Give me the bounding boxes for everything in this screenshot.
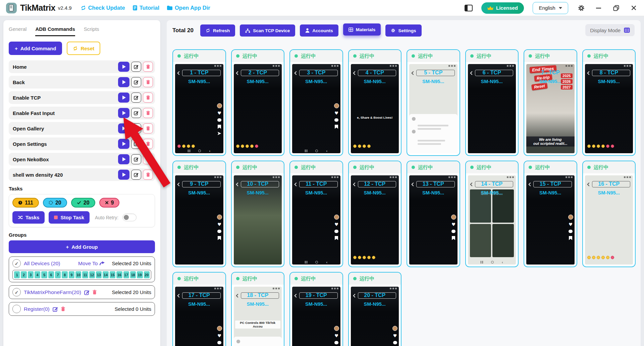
license-badge[interactable]: Licensed — [481, 2, 524, 14]
tab-adb-commands[interactable]: ADB Commands — [35, 26, 75, 36]
device-card[interactable]: 运行中 3 - TCP SM-N95... ♥ ‹ — [289, 49, 343, 156]
run-command-button[interactable] — [118, 93, 129, 103]
device-card[interactable]: 运行中 1 - TCP SM-N95... ♥ ‹ — [172, 49, 226, 156]
run-command-button[interactable] — [118, 108, 129, 118]
check-update-link[interactable]: Check Update — [80, 5, 125, 11]
run-command-button[interactable] — [118, 62, 129, 72]
settings-gear-button[interactable] — [577, 4, 586, 12]
refresh-button[interactable]: Refresh — [200, 24, 235, 37]
device-screen[interactable]: 1 - TCP SM-N95... ♥ ‹ — [175, 64, 223, 153]
tasks-button[interactable]: Tasks — [12, 211, 45, 224]
device-card[interactable]: 运行中 16 - TCP SM-N95... — [582, 161, 636, 267]
minimize-button[interactable] — [594, 4, 603, 12]
delete-command-button[interactable] — [143, 77, 153, 87]
device-screen[interactable]: 14 - TCP SM-N95... ‹ — [468, 175, 516, 265]
device-screen[interactable]: 8 - TCP SM-N95... — [585, 64, 633, 153]
unit-chip[interactable]: 5 — [41, 271, 47, 278]
edit-command-button[interactable] — [131, 108, 141, 118]
device-screen[interactable]: 3 - TCP SM-N95... ♥ ‹ — [292, 64, 340, 153]
stop-task-button[interactable]: Stop Task — [49, 211, 90, 224]
device-screen[interactable]: 6 - TCP SM-N95... — [468, 64, 516, 153]
accounts-button[interactable]: Accounts — [300, 24, 338, 37]
settings-button[interactable]: Settings — [385, 24, 421, 37]
device-card[interactable]: 运行中 10 - TCP SM-N95... — [231, 161, 285, 267]
group-checkbox[interactable] — [12, 305, 21, 313]
unit-chip[interactable]: 8 — [62, 271, 67, 278]
unit-chip[interactable]: 13 — [96, 271, 102, 278]
group-checkbox[interactable]: ✓ — [12, 259, 21, 268]
unit-chip[interactable]: 2 — [21, 271, 26, 278]
device-screen[interactable]: 12 - TCP SM-N95... — [351, 175, 399, 265]
run-command-button[interactable] — [118, 77, 129, 87]
delete-command-button[interactable] — [143, 62, 153, 72]
device-card[interactable]: 运行中 End Times Re-trip Reset 2025 2026 20… — [524, 49, 577, 156]
delete-command-button[interactable] — [143, 139, 153, 149]
device-screen[interactable]: 5 - TCP SM-N95... — [409, 64, 458, 153]
edit-command-button[interactable] — [131, 93, 141, 103]
display-mode-button[interactable]: Display Mode — [585, 24, 635, 36]
run-command-button[interactable] — [118, 154, 129, 164]
device-card[interactable]: 运行中 5 - TCP SM-N95... — [407, 49, 460, 156]
unit-chip[interactable]: 18 — [130, 271, 136, 278]
edit-command-button[interactable] — [131, 62, 141, 72]
device-card[interactable]: 运行中 12 - TCP SM-N95... — [348, 161, 402, 267]
device-card[interactable]: 运行中 14 - TCP SM-N95... ‹ — [465, 161, 519, 267]
unit-chip[interactable]: 1 — [14, 271, 20, 278]
device-card[interactable]: 运行中 13 - TCP SM-N95... ♥ — [407, 161, 460, 267]
device-card[interactable]: 运行中 2 - TCP SM-N95... — [231, 49, 285, 156]
device-screen[interactable]: 9 - TCP SM-N95... ♥ — [175, 175, 223, 265]
unit-chip[interactable]: 11 — [82, 271, 88, 278]
device-card[interactable]: 运行中 18 - TCP SM-N95... PC Controls 800 T… — [231, 272, 285, 346]
device-screen[interactable]: 10 - TCP SM-N95... — [234, 175, 282, 265]
unit-chip[interactable]: 3 — [28, 271, 34, 278]
materials-button[interactable]: Materials — [343, 23, 381, 36]
unit-chip[interactable]: 20 — [144, 271, 150, 278]
auto-retry-toggle[interactable] — [122, 214, 137, 221]
delete-command-button[interactable] — [143, 93, 153, 103]
device-screen[interactable]: 13 - TCP SM-N95... ♥ — [409, 175, 458, 265]
delete-command-button[interactable] — [143, 154, 153, 164]
device-card[interactable]: 运行中 8 - TCP SM-N95... — [582, 49, 636, 156]
delete-command-button[interactable] — [143, 170, 153, 180]
device-card[interactable]: 运行中 17 - TCP SM-N95... ♥ ‹ — [172, 272, 226, 346]
unit-chip[interactable]: 7 — [55, 271, 61, 278]
device-screen[interactable]: 11 - TCP SM-N95... ♥ ‹ — [292, 175, 340, 265]
unit-chip[interactable]: 16 — [116, 271, 122, 278]
run-command-button[interactable] — [118, 123, 129, 133]
device-screen[interactable]: 15 - TCP SM-N95... ♥ — [526, 175, 575, 265]
tutorial-link[interactable]: Tutorial — [132, 5, 159, 11]
device-screen[interactable]: 4 - TCP SM-N95... e, Share & Boost Lives… — [351, 64, 399, 153]
device-screen[interactable]: End Times Re-trip Reset 2025 2026 2027 7… — [526, 64, 575, 153]
unit-chip[interactable]: 15 — [110, 271, 115, 278]
unit-chip[interactable]: 17 — [123, 271, 129, 278]
run-command-button[interactable] — [118, 170, 129, 180]
device-screen[interactable]: 18 - TCP SM-N95... PC Controls 800 TikTo… — [234, 287, 282, 346]
edit-command-button[interactable] — [131, 77, 141, 87]
device-card[interactable]: 运行中 4 - TCP SM-N95... e, Share & Boost L… — [348, 49, 402, 156]
close-button[interactable] — [629, 4, 638, 12]
add-command-button[interactable]: + Add Command — [9, 42, 62, 55]
unit-chip[interactable]: 6 — [48, 271, 54, 278]
group-checkbox[interactable]: ✓ — [12, 288, 21, 296]
unit-chip[interactable]: 9 — [69, 271, 74, 278]
scan-tcp-device-button[interactable]: Scan TCP Device — [240, 24, 295, 37]
group-name[interactable]: TikMatrixPhoneFarm(20) — [24, 289, 81, 295]
open-app-dir-link[interactable]: Open App Dir — [167, 5, 210, 11]
tab-general[interactable]: General — [9, 26, 26, 36]
device-screen[interactable]: 20 - TCP SM-N95... ♥ ‹ — [351, 287, 399, 346]
run-command-button[interactable] — [118, 139, 129, 149]
edit-command-button[interactable] — [131, 123, 141, 133]
reset-button[interactable]: Reset — [67, 42, 100, 55]
restore-window-button[interactable] — [612, 4, 621, 12]
language-select[interactable]: English — [533, 2, 568, 14]
device-screen[interactable]: 2 - TCP SM-N95... — [234, 64, 282, 153]
unit-chip[interactable]: 12 — [89, 271, 95, 278]
device-card[interactable]: 运行中 15 - TCP SM-N95... ♥ — [524, 161, 577, 267]
group-name[interactable]: Register(0) — [24, 306, 50, 312]
device-card[interactable]: 运行中 11 - TCP SM-N95... ♥ ‹ — [289, 161, 343, 267]
edit-command-button[interactable] — [131, 154, 141, 164]
device-card[interactable]: 运行中 19 - TCP SM-N95... ♥ — [289, 272, 343, 346]
unit-chip[interactable]: 4 — [35, 271, 40, 278]
device-card[interactable]: 运行中 6 - TCP SM-N95... — [465, 49, 519, 156]
device-card[interactable]: 运行中 20 - TCP SM-N95... ♥ ‹ — [348, 272, 402, 346]
